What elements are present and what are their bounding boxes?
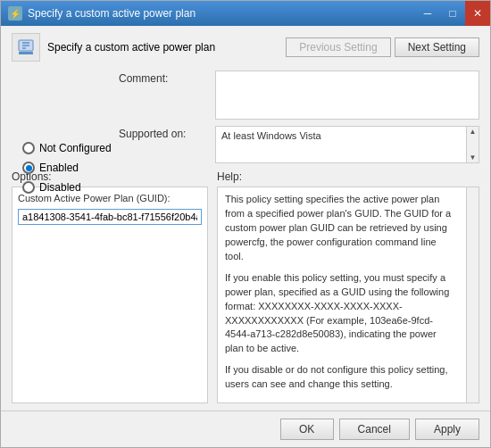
options-box: Custom Active Power Plan (GUID): — [12, 187, 208, 403]
help-box: This policy setting specifies the active… — [217, 187, 479, 403]
help-paragraph-2: If you enable this policy setting, you m… — [225, 271, 457, 357]
title-bar-left: ⚡ Specify a custom active power plan — [8, 6, 196, 21]
window-icon: ⚡ — [8, 6, 22, 21]
supported-text: At least Windows Vista — [216, 127, 479, 145]
help-pane: Help: This policy setting specifies the … — [217, 170, 479, 403]
header-buttons: Previous Setting Next Setting — [286, 37, 479, 57]
radio-enabled[interactable] — [22, 162, 35, 174]
guid-input[interactable] — [18, 209, 202, 225]
radio-label-not-configured: Not Configured — [39, 142, 112, 154]
close-button[interactable]: ✕ — [465, 1, 490, 26]
title-bar: ⚡ Specify a custom active power plan ─ □… — [1, 1, 490, 26]
ok-button[interactable]: OK — [280, 419, 334, 440]
window-icon-glyph: ⚡ — [10, 9, 21, 19]
options-pane: Options: Custom Active Power Plan (GUID)… — [12, 170, 208, 403]
header-title: Specify a custom active power plan — [47, 41, 215, 54]
title-bar-buttons: ─ □ ✕ — [415, 1, 490, 26]
options-field-label: Custom Active Power Plan (GUID): — [18, 193, 202, 203]
supported-row: Supported on: At least Windows Vista ▲ ▼ — [119, 126, 479, 163]
scroll-up-icon[interactable]: ▲ — [469, 127, 478, 137]
supported-scrollbar: ▲ ▼ — [466, 127, 479, 162]
help-paragraph-3: If you disable or do not configure this … — [225, 363, 457, 392]
main-window: ⚡ Specify a custom active power plan ─ □… — [0, 0, 491, 448]
supported-label: Supported on: — [119, 126, 208, 140]
svg-rect-1 — [19, 52, 33, 54]
radio-item-enabled[interactable]: Enabled — [22, 162, 112, 174]
apply-button[interactable]: Apply — [415, 419, 479, 440]
header-icon — [12, 33, 40, 62]
help-label: Help: — [217, 170, 479, 183]
radio-group: Not Configured Enabled Disabled — [22, 142, 112, 194]
radio-item-disabled[interactable]: Disabled — [22, 181, 112, 194]
previous-setting-button[interactable]: Previous Setting — [286, 37, 390, 57]
maximize-button[interactable]: □ — [440, 1, 465, 26]
radio-label-enabled: Enabled — [39, 162, 79, 174]
content-area: Specify a custom active power plan Previ… — [1, 26, 490, 411]
help-paragraph-1: This policy setting specifies the active… — [225, 193, 457, 264]
comment-row: Comment: — [119, 71, 479, 122]
radio-item-not-configured[interactable]: Not Configured — [22, 142, 112, 154]
main-layout: Not Configured Enabled Disabled Comment: — [12, 71, 479, 403]
comment-textarea[interactable] — [215, 71, 479, 120]
help-scrollbar — [466, 187, 479, 402]
radio-label-disabled: Disabled — [39, 181, 81, 194]
window-title: Specify a custom active power plan — [28, 7, 196, 20]
comment-label: Comment: — [119, 71, 208, 85]
minimize-button[interactable]: ─ — [415, 1, 440, 26]
radio-not-configured[interactable] — [22, 142, 35, 154]
header-left: Specify a custom active power plan — [12, 33, 215, 62]
radio-disabled[interactable] — [22, 181, 35, 194]
bottom-bar: OK Cancel Apply — [1, 411, 490, 447]
cancel-button[interactable]: Cancel — [339, 419, 410, 440]
next-setting-button[interactable]: Next Setting — [395, 37, 479, 57]
scroll-down-icon[interactable]: ▼ — [469, 153, 478, 162]
options-help-row: Options: Custom Active Power Plan (GUID)… — [12, 170, 479, 403]
header-row: Specify a custom active power plan Previ… — [12, 33, 479, 62]
supported-box: At least Windows Vista ▲ ▼ — [215, 126, 479, 163]
help-content: This policy setting specifies the active… — [225, 193, 457, 392]
